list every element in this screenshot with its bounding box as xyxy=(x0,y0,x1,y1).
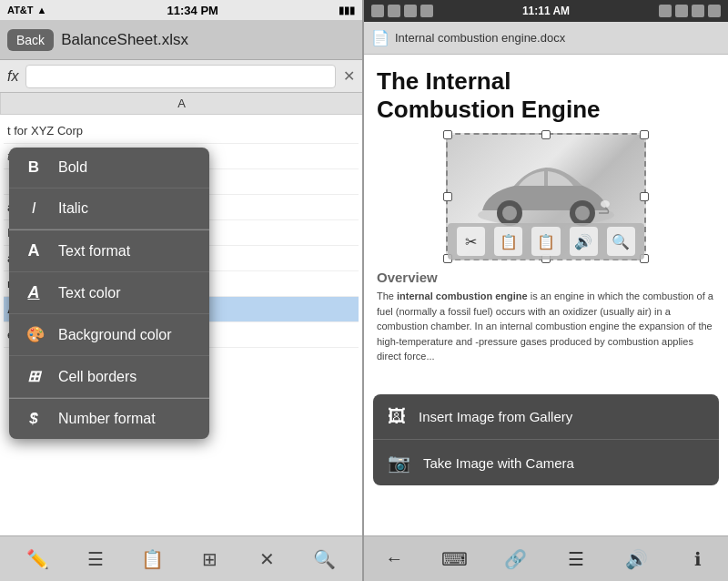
italic-label: Italic xyxy=(58,200,88,217)
ios-phone: AT&T ▲ 11:34 PM ▮▮▮ Back BalanceSheet.xl… xyxy=(0,0,364,581)
insert-button[interactable]: ⊞ xyxy=(193,542,228,576)
document-content: The Internal Combustion Engine xyxy=(364,55,728,535)
doc-icon: 📄 xyxy=(371,29,389,46)
battery-icon: ▮▮▮ xyxy=(339,5,355,16)
resize-handle-mr[interactable] xyxy=(640,192,649,201)
resize-handle-tm[interactable] xyxy=(541,130,551,139)
bluetooth-icon xyxy=(659,5,672,17)
doc-filename: Internal combustion engine.docx xyxy=(395,31,565,45)
overview-section-title: Overview xyxy=(377,270,715,285)
menu-item-bold[interactable]: B Bold xyxy=(9,148,209,189)
svg-point-2 xyxy=(502,206,517,220)
doc-body-paragraph: The internal combustion engine is an eng… xyxy=(377,289,715,364)
notification-icon-4 xyxy=(420,5,433,17)
menu-item-cell-borders[interactable]: ⊞ Cell borders xyxy=(9,356,209,398)
paste-button[interactable]: 📋 xyxy=(531,227,560,256)
android-left-icons xyxy=(371,5,433,17)
number-format-icon: $ xyxy=(22,410,46,428)
car-image[interactable]: ✂ 📋 📋 🔊 🔍 xyxy=(446,133,646,260)
android-bottom-toolbar: ← ⌨ 🔗 ☰ 🔊 ℹ xyxy=(364,535,728,581)
menu-item-text-format[interactable]: A Text format xyxy=(9,230,209,272)
ios-time: 11:34 PM xyxy=(167,4,218,17)
svg-point-5 xyxy=(601,200,610,208)
spreadsheet-filename: BalanceSheet.xlsx xyxy=(61,31,355,49)
gallery-icon: 🖼 xyxy=(388,406,406,427)
keyboard-button[interactable]: ⌨ xyxy=(437,541,473,577)
close-formula-icon[interactable]: ✕ xyxy=(343,67,355,85)
doc-title: The Internal Combustion Engine xyxy=(377,67,715,124)
text-format-icon: A xyxy=(22,241,46,260)
edit-button[interactable]: ✏️ xyxy=(21,542,56,576)
audio-button[interactable]: 🔊 xyxy=(570,227,598,256)
fx-label: fx xyxy=(7,68,18,85)
insert-from-gallery-item[interactable]: 🖼 Insert Image from Gallery xyxy=(373,394,719,440)
volume-button[interactable]: 🔊 xyxy=(619,541,655,577)
carrier-label: AT&T xyxy=(7,5,34,15)
menu-item-italic[interactable]: I Italic xyxy=(9,189,209,229)
image-toolbar: ✂ 📋 📋 🔊 🔍 xyxy=(448,223,644,260)
cut-button[interactable]: ✂ xyxy=(457,227,485,256)
camera-icon: 📷 xyxy=(388,452,410,474)
status-left: AT&T ▲ xyxy=(7,5,46,15)
take-camera-label: Take Image with Camera xyxy=(423,455,574,471)
status-right: ▮▮▮ xyxy=(339,5,355,16)
resize-handle-tr[interactable] xyxy=(640,130,649,139)
delete-button[interactable]: ✕ xyxy=(250,542,285,576)
ios-title-bar: Back BalanceSheet.xlsx xyxy=(0,20,362,60)
menu-item-number-format[interactable]: $ Number format xyxy=(9,399,209,439)
text-format-label: Text format xyxy=(58,243,130,260)
android-right-icons xyxy=(659,5,721,17)
bold-label: Bold xyxy=(58,159,87,176)
text-color-icon: A xyxy=(22,283,46,302)
insert-image-popup: 🖼 Insert Image from Gallery 📷 Take Image… xyxy=(373,394,719,485)
notification-icon-2 xyxy=(388,5,400,17)
formula-input[interactable] xyxy=(25,65,336,88)
column-a-header: A xyxy=(0,93,362,114)
wifi-icon: ▲ xyxy=(37,5,47,15)
align-button[interactable]: ☰ xyxy=(78,542,113,576)
signal-icon xyxy=(675,5,688,17)
italic-icon: I xyxy=(22,199,46,218)
svg-point-4 xyxy=(575,206,590,220)
cell-borders-icon: ⊞ xyxy=(22,367,46,386)
android-time: 11:11 AM xyxy=(522,5,570,17)
text-color-label: Text color xyxy=(58,285,120,301)
bg-color-label: Background color xyxy=(58,327,172,343)
android-phone: 11:11 AM 📄 Internal combustion engine.do… xyxy=(364,0,728,581)
copy-button[interactable]: 📋 xyxy=(136,542,170,576)
format-dropdown-menu: B Bold I Italic A Text format A Text col… xyxy=(9,148,209,439)
table-row[interactable]: t for XYZ Corp xyxy=(4,118,359,144)
background-color-icon: 🎨 xyxy=(22,325,46,344)
menu-item-bg-color[interactable]: 🎨 Background color xyxy=(9,314,209,356)
number-format-label: Number format xyxy=(58,411,156,427)
android-status-bar: 11:11 AM xyxy=(364,0,728,22)
notification-icon-1 xyxy=(371,5,384,17)
formula-bar: fx ✕ xyxy=(0,60,362,93)
resize-handle-tl[interactable] xyxy=(443,130,452,139)
menu-item-text-color[interactable]: A Text color xyxy=(9,272,209,314)
wifi-android-icon xyxy=(692,5,704,17)
take-image-with-camera-item[interactable]: 📷 Take Image with Camera xyxy=(373,440,719,485)
bold-icon: B xyxy=(22,158,46,177)
ios-status-bar: AT&T ▲ 11:34 PM ▮▮▮ xyxy=(0,0,362,20)
menu-android-button[interactable]: ☰ xyxy=(558,541,594,577)
info-button[interactable]: ℹ xyxy=(680,541,716,577)
link-button[interactable]: 🔗 xyxy=(498,541,534,577)
search-button[interactable]: 🔍 xyxy=(308,542,342,576)
battery-android-icon xyxy=(708,5,721,17)
column-header-row: A xyxy=(0,93,362,115)
zoom-button[interactable]: 🔍 xyxy=(607,227,635,256)
back-button[interactable]: Back xyxy=(7,29,54,51)
back-android-button[interactable]: ← xyxy=(376,541,412,577)
copy-img-button[interactable]: 📋 xyxy=(494,227,522,256)
notification-icon-3 xyxy=(404,5,417,17)
android-title-bar: 📄 Internal combustion engine.docx xyxy=(364,22,728,55)
resize-handle-ml[interactable] xyxy=(443,192,452,201)
ios-bottom-toolbar: ✏️ ☰ 📋 ⊞ ✕ 🔍 xyxy=(0,535,362,581)
spreadsheet-area: A t for XYZ Corp thousands ash Equivalen… xyxy=(0,93,362,535)
cell-borders-label: Cell borders xyxy=(58,369,136,385)
insert-gallery-label: Insert Image from Gallery xyxy=(419,409,572,424)
